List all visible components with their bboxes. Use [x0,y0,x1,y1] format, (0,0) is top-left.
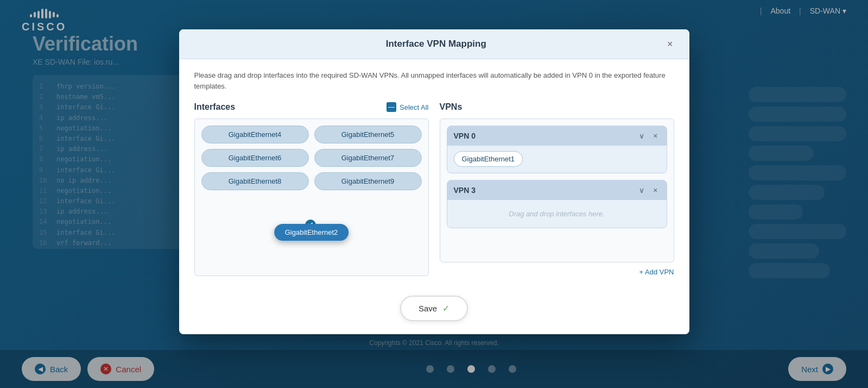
interfaces-panel-title: Interfaces [194,102,236,112]
select-all-icon: — [387,102,396,112]
interface-chip[interactable]: GigabitEthernet8 [201,172,309,190]
select-all-button[interactable]: — Select All [387,102,428,112]
vpns-panel-header: VPNs [440,102,674,112]
save-label: Save [419,304,437,313]
vpns-panel-title: VPNs [440,102,462,112]
interfaces-panel-header: Interfaces — Select All [194,102,429,112]
interfaces-scroll-area[interactable]: GigabitEthernet4GigabitEthernet5GigabitE… [194,118,429,276]
modal-description: Please drag and drop interfaces into the… [194,70,674,91]
vpn-box-content[interactable]: Drag and drop interfaces here. [447,200,667,228]
interface-chip[interactable]: GigabitEthernet6 [201,149,309,167]
vpn-remove-button[interactable]: × [651,130,660,141]
modal-body: Please drag and drop interfaces into the… [179,59,689,287]
modal-header: Interface VPN Mapping × [179,29,689,59]
vpn-box-header: VPN 0 ∨ × [447,126,667,146]
interface-chip[interactable]: GigabitEthernet5 [314,126,422,143]
vpn-collapse-button[interactable]: ∨ [637,185,647,196]
save-check-icon: ✓ [442,303,449,314]
vpn-interface-chip[interactable]: GigabitEthernet1 [454,151,523,167]
select-all-label: Select All [400,103,428,111]
interface-chip[interactable]: GigabitEthernet4 [201,126,309,143]
vpn-box-title: VPN 3 [454,186,476,195]
interface-chip[interactable]: GigabitEthernet7 [314,149,422,167]
interfaces-panel: Interfaces — Select All GigabitEthernet4… [194,102,429,276]
vpn-collapse-button[interactable]: ∨ [637,130,647,141]
save-button[interactable]: Save ✓ [400,296,468,321]
dragging-chip: GigabitEthernet2 [274,224,349,241]
vpn-box-actions: ∨ × [637,185,660,196]
vpn-box-actions: ∨ × [637,130,660,141]
interfaces-grid: GigabitEthernet4GigabitEthernet5GigabitE… [201,126,422,190]
interface-vpn-modal: Interface VPN Mapping × Please drag and … [179,29,689,334]
vpns-list: VPN 0 ∨ × GigabitEthernet1 VPN 3 ∨ × Dra… [447,126,667,228]
interface-chip[interactable]: GigabitEthernet9 [314,172,422,190]
modal-close-button[interactable]: × [664,38,676,50]
vpn-box[interactable]: VPN 0 ∨ × GigabitEthernet1 [447,126,667,173]
vpns-scroll-area[interactable]: VPN 0 ∨ × GigabitEthernet1 VPN 3 ∨ × Dra… [440,118,674,262]
vpn-box-header: VPN 3 ∨ × [447,180,667,200]
vpn-box[interactable]: VPN 3 ∨ × Drag and drop interfaces here. [447,180,667,228]
add-vpn-row: + Add VPN [440,268,674,276]
modal-content-row: Interfaces — Select All GigabitEthernet4… [194,102,674,276]
modal-footer: Save ✓ [179,287,689,334]
modal-title: Interface VPN Mapping [208,39,664,49]
vpn-box-content[interactable]: GigabitEthernet1 [447,146,667,173]
vpn-drop-placeholder: Drag and drop interfaces here. [454,205,660,222]
vpns-panel: VPNs VPN 0 ∨ × GigabitEthernet1 VPN 3 ∨ … [440,102,674,276]
vpn-box-title: VPN 0 [454,132,476,140]
add-vpn-button[interactable]: + Add VPN [639,268,674,276]
vpn-remove-button[interactable]: × [651,185,660,196]
